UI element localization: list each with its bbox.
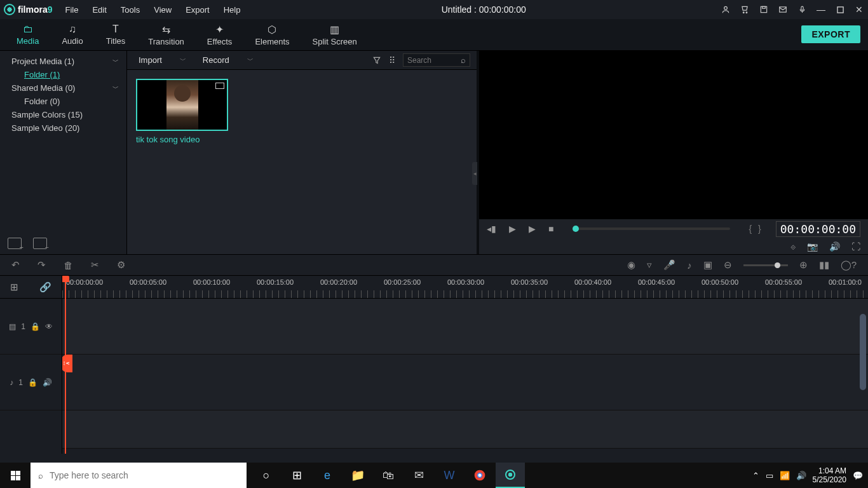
tree-folder-0[interactable]: Folder (0) (0, 95, 126, 108)
tab-transition[interactable]: ⇆Transition (137, 21, 196, 49)
import-dropdown[interactable]: Import﹀ (133, 54, 191, 66)
settings-icon[interactable]: ⚙ (117, 259, 125, 271)
tab-titles[interactable]: TTitles (95, 21, 137, 48)
cortana-icon[interactable]: ○ (252, 463, 281, 488)
minimize-icon[interactable]: — (816, 4, 826, 15)
explorer-app[interactable]: 📁 (343, 463, 372, 488)
tray-chevron-icon[interactable]: ⌃ (752, 471, 759, 480)
timeline-tracks[interactable]: 00:00:00:00 00:00:05:00 00:00:10:00 00:0… (62, 276, 868, 454)
maximize-icon[interactable] (835, 4, 845, 15)
menu-edit[interactable]: Edit (86, 3, 112, 17)
visibility-icon[interactable]: 👁 (45, 322, 53, 331)
tab-effects[interactable]: ✦Effects (196, 21, 244, 49)
save-icon[interactable] (759, 4, 769, 15)
undo-icon[interactable]: ↶ (11, 259, 20, 271)
edge-app[interactable]: e (313, 463, 342, 488)
export-button[interactable]: EXPORT (801, 25, 860, 43)
clip-thumbnail[interactable] (136, 79, 228, 131)
mic-icon[interactable] (797, 4, 807, 15)
tree-sample-colors[interactable]: Sample Colors (15) (0, 108, 126, 121)
help-icon[interactable]: ◯? (841, 259, 857, 271)
mark-in-out-icon[interactable]: { } (749, 224, 763, 234)
taskbar-search[interactable]: ⌕ (31, 463, 247, 488)
menu-export[interactable]: Export (179, 3, 216, 17)
preview-scrubber[interactable] (573, 227, 729, 230)
start-button[interactable] (0, 463, 31, 488)
empty-track[interactable] (62, 410, 868, 449)
panel-collapse-handle[interactable]: ◂ (472, 162, 477, 185)
mail-app[interactable]: ✉ (404, 463, 433, 488)
prev-frame-button[interactable]: ◂▮ (487, 224, 496, 234)
time-ruler[interactable]: 00:00:00:00 00:00:05:00 00:00:10:00 00:0… (62, 276, 868, 299)
tree-label: Folder (1) (24, 70, 60, 79)
timeline-scrollbar[interactable] (860, 314, 866, 390)
lock-icon[interactable]: 🔒 (28, 378, 37, 387)
audio-track-header[interactable]: ♪ 1 🔒 🔊 (0, 355, 62, 410)
tab-elements[interactable]: ⬡Elements (243, 21, 301, 49)
word-app[interactable]: W (435, 463, 464, 488)
remove-folder-icon[interactable] (33, 238, 47, 249)
chrome-app[interactable] (465, 463, 494, 488)
menu-file[interactable]: File (58, 3, 85, 17)
cut-icon[interactable]: ✂ (91, 259, 99, 271)
split-marker[interactable]: ✂ (62, 355, 72, 372)
tab-splitscreen[interactable]: ▥Split Screen (301, 21, 369, 49)
link-icon[interactable]: 🔗 (39, 281, 51, 293)
mute-icon[interactable]: 🔊 (43, 378, 52, 387)
menu-help[interactable]: Help (217, 3, 247, 17)
snapshot-icon[interactable]: 📷 (807, 241, 818, 252)
video-track[interactable] (62, 299, 868, 355)
search-icon[interactable]: ⌕ (461, 55, 466, 65)
close-icon[interactable]: ✕ (854, 4, 864, 15)
tray-datetime[interactable]: 1:04 AM 5/25/2020 (813, 466, 846, 485)
tree-shared-media[interactable]: Shared Media (0)﹀ (0, 81, 126, 95)
delete-icon[interactable]: 🗑 (64, 260, 73, 271)
zoom-slider[interactable] (743, 264, 788, 266)
add-folder-icon[interactable] (8, 238, 22, 249)
fullscreen-icon[interactable]: ⛶ (851, 241, 860, 252)
render-icon[interactable]: ◉ (627, 259, 635, 271)
playhead[interactable] (65, 276, 66, 454)
video-track-header[interactable]: ▤ 1 🔒 👁 (0, 299, 62, 355)
redo-icon[interactable]: ↷ (37, 259, 46, 271)
wifi-icon[interactable]: 📶 (780, 471, 790, 480)
fit-icon[interactable]: ▮▮ (819, 259, 829, 271)
tree-folder-1[interactable]: Folder (1) (0, 68, 126, 81)
audio-track[interactable] (62, 355, 868, 410)
notifications-icon[interactable]: 💬 (853, 471, 863, 480)
account-icon[interactable] (721, 4, 731, 15)
volume-icon[interactable]: 🔊 (829, 241, 840, 252)
voiceover-icon[interactable]: 🎤 (663, 259, 675, 271)
menu-view[interactable]: View (147, 3, 178, 17)
tree-project-media[interactable]: Project Media (1)﹀ (0, 55, 126, 68)
next-frame-button[interactable]: ▶ (529, 224, 536, 234)
marker-icon[interactable]: ▿ (647, 259, 652, 271)
mixer-icon[interactable]: ♪ (687, 260, 692, 271)
view-grid-icon[interactable]: ⠿ (389, 55, 395, 65)
stop-button[interactable]: ■ (548, 224, 553, 234)
search-box[interactable]: ⌕ (403, 53, 470, 67)
search-input[interactable] (407, 56, 458, 65)
filter-icon[interactable] (372, 56, 381, 65)
play-button[interactable]: ▶ (509, 224, 516, 234)
tree-sample-video[interactable]: Sample Video (20) (0, 121, 126, 135)
tab-audio[interactable]: ♫Audio (50, 21, 94, 48)
cart-icon[interactable] (740, 4, 750, 15)
crop-icon[interactable]: ▣ (703, 259, 712, 271)
media-clip[interactable]: tik tok song video (136, 79, 228, 144)
add-track-icon[interactable]: ⊞ (10, 281, 18, 293)
tab-media[interactable]: 🗀Media (5, 21, 50, 48)
taskview-icon[interactable]: ⊞ (282, 463, 311, 488)
taskbar-search-input[interactable] (50, 470, 239, 480)
record-dropdown[interactable]: Record﹀ (198, 54, 259, 66)
menu-tools[interactable]: Tools (114, 3, 146, 17)
zoom-out-icon[interactable]: ⊖ (724, 259, 732, 271)
quality-icon[interactable]: ⟐ (790, 241, 796, 252)
message-icon[interactable] (778, 4, 788, 15)
zoom-in-icon[interactable]: ⊕ (799, 259, 808, 271)
lock-icon[interactable]: 🔒 (31, 322, 40, 331)
filmora-app[interactable] (496, 463, 525, 488)
battery-icon[interactable]: ▭ (766, 471, 773, 480)
sound-icon[interactable]: 🔊 (796, 471, 806, 480)
store-app[interactable]: 🛍 (374, 463, 403, 488)
